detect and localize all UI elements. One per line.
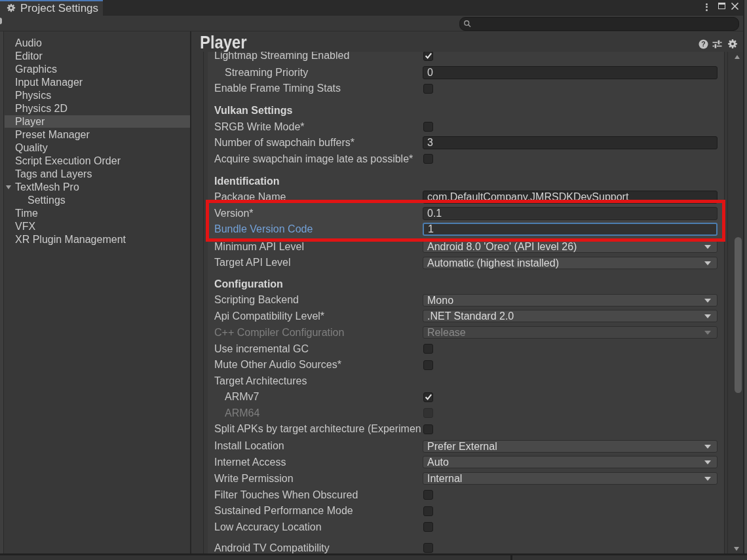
svg-text:?: ?	[701, 40, 705, 48]
